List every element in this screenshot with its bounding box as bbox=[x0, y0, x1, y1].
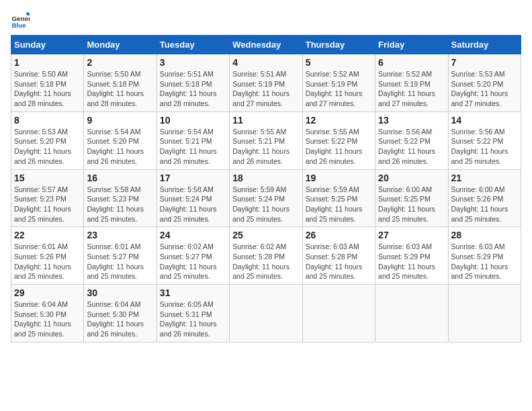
day-number: 31 bbox=[160, 287, 226, 298]
calendar-cell: 12Sunrise: 5:55 AMSunset: 5:22 PMDayligh… bbox=[302, 111, 375, 169]
calendar-cell bbox=[230, 285, 302, 342]
calendar-cell bbox=[448, 285, 521, 342]
day-detail: Sunrise: 6:05 AMSunset: 5:31 PMDaylight:… bbox=[160, 300, 226, 339]
day-detail: Sunrise: 5:59 AMSunset: 5:24 PMDaylight:… bbox=[232, 185, 299, 224]
day-detail: Sunrise: 6:03 AMSunset: 5:28 PMDaylight:… bbox=[306, 242, 372, 281]
calendar-table: SundayMondayTuesdayWednesdayThursdayFrid… bbox=[11, 35, 521, 342]
calendar-cell: 23Sunrise: 6:01 AMSunset: 5:27 PMDayligh… bbox=[84, 227, 157, 285]
day-number: 15 bbox=[14, 173, 81, 183]
calendar-cell: 17Sunrise: 5:58 AMSunset: 5:24 PMDayligh… bbox=[157, 169, 229, 227]
day-detail: Sunrise: 5:56 AMSunset: 5:22 PMDaylight:… bbox=[378, 127, 445, 167]
header-saturday: Saturday bbox=[448, 36, 521, 54]
day-number: 5 bbox=[306, 57, 372, 68]
day-number: 3 bbox=[160, 57, 226, 68]
day-detail: Sunrise: 5:54 AMSunset: 5:20 PMDaylight:… bbox=[87, 127, 153, 167]
calendar-cell: 24Sunrise: 6:02 AMSunset: 5:27 PMDayligh… bbox=[157, 227, 229, 285]
header-sunday: Sunday bbox=[11, 36, 84, 54]
day-detail: Sunrise: 6:00 AMSunset: 5:26 PMDaylight:… bbox=[451, 185, 518, 224]
day-number: 2 bbox=[87, 57, 153, 68]
header-wednesday: Wednesday bbox=[230, 36, 302, 54]
day-detail: Sunrise: 5:53 AMSunset: 5:20 PMDaylight:… bbox=[14, 127, 81, 167]
day-number: 7 bbox=[451, 57, 518, 68]
calendar-cell: 25Sunrise: 6:02 AMSunset: 5:28 PMDayligh… bbox=[230, 227, 302, 285]
day-detail: Sunrise: 5:53 AMSunset: 5:20 PMDaylight:… bbox=[451, 69, 518, 109]
header-monday: Monday bbox=[84, 36, 157, 54]
calendar-week-1: 1Sunrise: 5:50 AMSunset: 5:18 PMDaylight… bbox=[11, 54, 521, 112]
day-detail: Sunrise: 5:57 AMSunset: 5:23 PMDaylight:… bbox=[14, 185, 81, 224]
calendar-cell: 11Sunrise: 5:55 AMSunset: 5:21 PMDayligh… bbox=[230, 111, 302, 169]
day-detail: Sunrise: 5:58 AMSunset: 5:23 PMDaylight:… bbox=[87, 185, 153, 224]
day-detail: Sunrise: 5:52 AMSunset: 5:19 PMDaylight:… bbox=[306, 69, 372, 109]
day-detail: Sunrise: 5:50 AMSunset: 5:18 PMDaylight:… bbox=[14, 69, 81, 109]
day-number: 10 bbox=[160, 115, 226, 126]
calendar-cell: 27Sunrise: 6:03 AMSunset: 5:29 PMDayligh… bbox=[375, 227, 448, 285]
calendar-week-5: 29Sunrise: 6:04 AMSunset: 5:30 PMDayligh… bbox=[11, 285, 521, 342]
calendar-week-3: 15Sunrise: 5:57 AMSunset: 5:23 PMDayligh… bbox=[11, 169, 521, 227]
calendar-cell: 21Sunrise: 6:00 AMSunset: 5:26 PMDayligh… bbox=[448, 169, 521, 227]
calendar-cell: 3Sunrise: 5:51 AMSunset: 5:18 PMDaylight… bbox=[157, 54, 229, 112]
day-number: 1 bbox=[14, 57, 81, 68]
calendar-cell: 15Sunrise: 5:57 AMSunset: 5:23 PMDayligh… bbox=[11, 169, 84, 227]
day-detail: Sunrise: 6:00 AMSunset: 5:25 PMDaylight:… bbox=[378, 185, 445, 224]
day-number: 18 bbox=[232, 173, 299, 183]
day-detail: Sunrise: 6:01 AMSunset: 5:26 PMDaylight:… bbox=[14, 242, 81, 281]
day-number: 29 bbox=[14, 287, 81, 298]
calendar-header-row: SundayMondayTuesdayWednesdayThursdayFrid… bbox=[11, 36, 521, 54]
calendar-cell: 14Sunrise: 5:56 AMSunset: 5:22 PMDayligh… bbox=[448, 111, 521, 169]
calendar-cell bbox=[375, 285, 448, 342]
calendar-cell: 2Sunrise: 5:50 AMSunset: 5:18 PMDaylight… bbox=[84, 54, 157, 112]
day-detail: Sunrise: 6:03 AMSunset: 5:29 PMDaylight:… bbox=[451, 242, 518, 281]
calendar-cell: 4Sunrise: 5:51 AMSunset: 5:19 PMDaylight… bbox=[230, 54, 302, 112]
day-detail: Sunrise: 5:59 AMSunset: 5:25 PMDaylight:… bbox=[306, 185, 372, 224]
day-number: 4 bbox=[232, 57, 299, 68]
day-detail: Sunrise: 6:02 AMSunset: 5:28 PMDaylight:… bbox=[232, 242, 299, 281]
calendar-cell: 13Sunrise: 5:56 AMSunset: 5:22 PMDayligh… bbox=[375, 111, 448, 169]
day-number: 22 bbox=[14, 230, 81, 240]
header-tuesday: Tuesday bbox=[157, 36, 229, 54]
calendar-cell: 5Sunrise: 5:52 AMSunset: 5:19 PMDaylight… bbox=[302, 54, 375, 112]
calendar-cell: 18Sunrise: 5:59 AMSunset: 5:24 PMDayligh… bbox=[230, 169, 302, 227]
day-number: 25 bbox=[232, 230, 299, 240]
day-number: 13 bbox=[378, 115, 445, 126]
day-number: 17 bbox=[160, 173, 226, 183]
day-detail: Sunrise: 6:04 AMSunset: 5:30 PMDaylight:… bbox=[14, 300, 81, 339]
day-number: 27 bbox=[378, 230, 445, 240]
calendar-cell: 28Sunrise: 6:03 AMSunset: 5:29 PMDayligh… bbox=[448, 227, 521, 285]
calendar-cell: 6Sunrise: 5:52 AMSunset: 5:19 PMDaylight… bbox=[375, 54, 448, 112]
header-thursday: Thursday bbox=[302, 36, 375, 54]
day-number: 9 bbox=[87, 115, 153, 126]
calendar-cell: 26Sunrise: 6:03 AMSunset: 5:28 PMDayligh… bbox=[302, 227, 375, 285]
day-detail: Sunrise: 6:03 AMSunset: 5:29 PMDaylight:… bbox=[378, 242, 445, 281]
page-header: General Blue bbox=[11, 11, 521, 30]
calendar-cell: 10Sunrise: 5:54 AMSunset: 5:21 PMDayligh… bbox=[157, 111, 229, 169]
calendar-week-4: 22Sunrise: 6:01 AMSunset: 5:26 PMDayligh… bbox=[11, 227, 521, 285]
day-number: 6 bbox=[378, 57, 445, 68]
day-number: 19 bbox=[306, 173, 372, 183]
day-detail: Sunrise: 5:52 AMSunset: 5:19 PMDaylight:… bbox=[378, 69, 445, 109]
calendar-cell: 19Sunrise: 5:59 AMSunset: 5:25 PMDayligh… bbox=[302, 169, 375, 227]
day-detail: Sunrise: 6:04 AMSunset: 5:30 PMDaylight:… bbox=[87, 300, 153, 339]
calendar-cell: 1Sunrise: 5:50 AMSunset: 5:18 PMDaylight… bbox=[11, 54, 84, 112]
calendar-cell: 22Sunrise: 6:01 AMSunset: 5:26 PMDayligh… bbox=[11, 227, 84, 285]
calendar-cell bbox=[302, 285, 375, 342]
day-number: 21 bbox=[451, 173, 518, 183]
day-number: 16 bbox=[87, 173, 153, 183]
day-number: 12 bbox=[306, 115, 372, 126]
day-number: 14 bbox=[451, 115, 518, 126]
day-detail: Sunrise: 5:54 AMSunset: 5:21 PMDaylight:… bbox=[160, 127, 226, 167]
day-number: 23 bbox=[87, 230, 153, 240]
day-detail: Sunrise: 5:58 AMSunset: 5:24 PMDaylight:… bbox=[160, 185, 226, 224]
day-number: 26 bbox=[306, 230, 372, 240]
day-number: 24 bbox=[160, 230, 226, 240]
day-number: 11 bbox=[232, 115, 299, 126]
day-number: 28 bbox=[451, 230, 518, 240]
calendar-cell: 31Sunrise: 6:05 AMSunset: 5:31 PMDayligh… bbox=[157, 285, 229, 342]
day-number: 30 bbox=[87, 287, 153, 298]
day-detail: Sunrise: 6:02 AMSunset: 5:27 PMDaylight:… bbox=[160, 242, 226, 281]
day-detail: Sunrise: 6:01 AMSunset: 5:27 PMDaylight:… bbox=[87, 242, 153, 281]
day-detail: Sunrise: 5:55 AMSunset: 5:21 PMDaylight:… bbox=[232, 127, 299, 167]
day-detail: Sunrise: 5:56 AMSunset: 5:22 PMDaylight:… bbox=[451, 127, 518, 167]
day-detail: Sunrise: 5:51 AMSunset: 5:18 PMDaylight:… bbox=[160, 69, 226, 109]
calendar-cell: 20Sunrise: 6:00 AMSunset: 5:25 PMDayligh… bbox=[375, 169, 448, 227]
calendar-cell: 30Sunrise: 6:04 AMSunset: 5:30 PMDayligh… bbox=[84, 285, 157, 342]
